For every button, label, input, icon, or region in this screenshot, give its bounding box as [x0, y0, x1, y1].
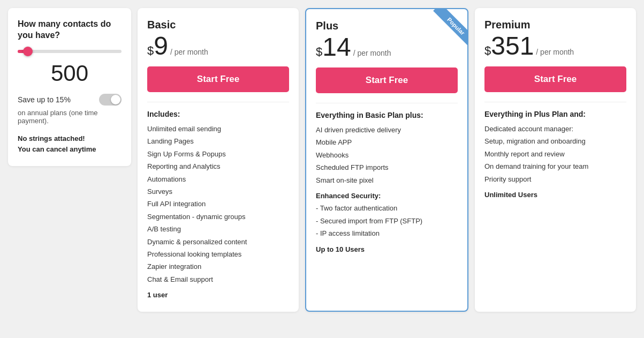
- feature-item-basic-4: Automations: [147, 173, 289, 185]
- feature-item-basic-9: Dynamic & personalized content: [147, 236, 289, 248]
- feature-item-plus-0: AI driven predictive delivery: [316, 124, 458, 136]
- feature-item-plus-2: Webhooks: [316, 149, 458, 161]
- feature-item-basic-2: Sign Up Forms & Popups: [147, 148, 289, 160]
- bottom-feature-premium: Unlimited Users: [484, 189, 626, 201]
- slider-track[interactable]: [18, 50, 122, 53]
- per-month-plus: / per month: [353, 49, 391, 57]
- bottom-feature-basic: 1 user: [147, 289, 289, 301]
- currency-plus: $: [316, 46, 322, 58]
- feature-item-basic-10: Professional looking templates: [147, 248, 289, 260]
- save-row: Save up to 15%: [18, 94, 122, 106]
- start-btn-plus[interactable]: Start Free: [316, 67, 458, 93]
- feature-item-plus-3: Scheduled FTP imports: [316, 161, 458, 174]
- feature-item-basic-12: Chat & Email support: [147, 273, 289, 286]
- feature-item-plus-4: Smart on-site pixel: [316, 174, 458, 186]
- contact-count: 500: [18, 61, 122, 86]
- price-row-premium: $ 351 / per month: [484, 33, 626, 59]
- no-strings-line1: No strings attached!: [18, 133, 122, 145]
- feature-item-basic-1: Landing Pages: [147, 135, 289, 147]
- plan-name-basic: Basic: [147, 19, 289, 31]
- plan-name-plus: Plus: [316, 20, 458, 32]
- feature-item-premium-1: Setup, migration and onboarding: [484, 135, 626, 147]
- annual-text: on annual plans (one time payment).: [18, 109, 122, 125]
- start-btn-basic[interactable]: Start Free: [147, 66, 289, 92]
- divider-premium: [484, 102, 626, 102]
- feature-item-plus-1: Mobile APP: [316, 136, 458, 148]
- feature-heading-premium: Everything in Plus Plan and:: [484, 110, 626, 118]
- per-month-basic: / per month: [170, 48, 208, 56]
- currency-premium: $: [484, 45, 491, 57]
- no-strings: No strings attached! You can cancel anyt…: [18, 133, 122, 156]
- slider-container[interactable]: [18, 50, 122, 53]
- save-text: Save up to 15%: [18, 95, 71, 104]
- security-item-plus-2: - IP access limitation: [316, 227, 458, 239]
- main-container: How many contacts do you have? 500 Save …: [8, 8, 636, 312]
- slider-thumb[interactable]: [23, 47, 33, 56]
- start-btn-premium[interactable]: Start Free: [484, 66, 626, 92]
- feature-item-basic-7: Segmentation - dynamic groups: [147, 211, 289, 223]
- price-amount-basic: 9: [154, 33, 168, 59]
- feature-item-basic-8: A/B testing: [147, 223, 289, 235]
- feature-item-basic-6: Full API integration: [147, 198, 289, 210]
- card-basic: Basic $ 9 / per month Start FreeIncludes…: [138, 8, 299, 312]
- divider-basic: [147, 102, 289, 102]
- feature-item-basic-0: Unlimited email sending: [147, 123, 289, 135]
- feature-heading-basic: Includes:: [147, 110, 289, 118]
- card-plus: PopularPlus $ 14 / per month Start FreeE…: [305, 8, 468, 312]
- security-item-plus-1: - Secured import from FTP (SFTP): [316, 215, 458, 227]
- bottom-feature-plus: Up to 10 Users: [316, 243, 458, 256]
- feature-item-premium-4: Priority support: [484, 173, 626, 185]
- price-amount-plus: 14: [322, 34, 351, 60]
- annual-toggle[interactable]: [99, 94, 122, 106]
- feature-item-premium-0: Dedicated account manager:: [484, 123, 626, 135]
- security-heading-plus: Enhanced Security:: [316, 190, 458, 202]
- price-row-basic: $ 9 / per month: [147, 33, 289, 59]
- no-strings-line2: You can cancel anytime: [18, 144, 122, 155]
- pricing-cards: Basic $ 9 / per month Start FreeIncludes…: [138, 8, 636, 312]
- card-premium: Premium $ 351 / per month Start FreeEver…: [475, 8, 636, 312]
- per-month-premium: / per month: [536, 48, 574, 56]
- price-row-plus: $ 14 / per month: [316, 34, 458, 60]
- toggle-thumb: [111, 95, 120, 104]
- feature-heading-plus: Everything in Basic Plan plus:: [316, 111, 458, 119]
- left-panel: How many contacts do you have? 500 Save …: [8, 8, 131, 166]
- feature-item-basic-11: Zapier integration: [147, 260, 289, 273]
- feature-item-premium-3: On demand training for your team: [484, 160, 626, 172]
- feature-item-premium-2: Monthly report and review: [484, 148, 626, 160]
- divider-plus: [316, 103, 458, 103]
- question-label: How many contacts do you have?: [18, 19, 122, 41]
- currency-basic: $: [147, 45, 154, 57]
- feature-item-basic-3: Reporting and Analytics: [147, 160, 289, 172]
- plan-name-premium: Premium: [484, 19, 626, 31]
- feature-item-basic-5: Surveys: [147, 185, 289, 198]
- price-amount-premium: 351: [491, 33, 534, 59]
- security-item-plus-0: - Two factor authentication: [316, 202, 458, 214]
